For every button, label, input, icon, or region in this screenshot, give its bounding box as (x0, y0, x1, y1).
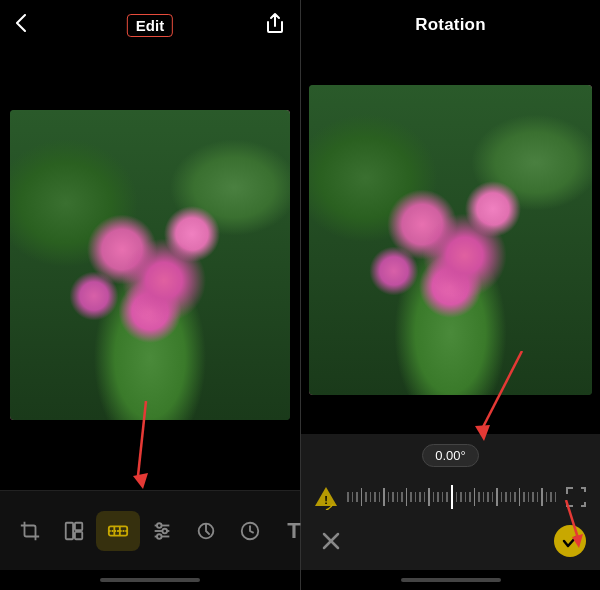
bottom-actions (301, 519, 600, 565)
cancel-button[interactable] (315, 525, 347, 557)
rotation-icon-left[interactable]: ! (311, 482, 341, 512)
tool-speed[interactable] (228, 511, 272, 551)
svg-rect-2 (66, 522, 73, 539)
layout-icon (60, 517, 88, 545)
svg-point-13 (162, 528, 167, 533)
rotation-slider-row: ! (301, 475, 600, 519)
left-header: Edit (0, 0, 300, 50)
tool-adjust[interactable] (140, 511, 184, 551)
angle-value: 0.00° (422, 444, 479, 467)
edit-button[interactable]: Edit (127, 14, 173, 37)
rotation-title: Rotation (415, 15, 486, 35)
share-button[interactable] (266, 12, 284, 39)
crop-resize-icon[interactable] (562, 483, 590, 511)
tool-crop[interactable] (8, 511, 52, 551)
ticks-container (347, 485, 556, 509)
tool-trim[interactable] (96, 511, 140, 551)
tool-layout[interactable] (52, 511, 96, 551)
home-bar-right (401, 578, 501, 582)
svg-text:!: ! (324, 494, 328, 506)
home-bar-left (100, 578, 200, 582)
rotation-slider[interactable] (347, 481, 556, 513)
filter-icon (192, 517, 220, 545)
tool-filter[interactable] (184, 511, 228, 551)
right-panel: Rotation 0.00° ! (301, 0, 600, 590)
right-image-area (301, 50, 600, 434)
right-home-indicator (301, 570, 600, 590)
svg-rect-4 (75, 531, 82, 538)
back-button[interactable] (16, 14, 26, 37)
angle-display: 0.00° (301, 444, 600, 467)
clock-icon (236, 517, 264, 545)
rotation-controls: 0.00° ! (301, 434, 600, 570)
left-home-indicator (0, 570, 300, 590)
svg-point-14 (157, 534, 162, 539)
left-panel: Edit (0, 0, 300, 590)
svg-rect-3 (75, 522, 82, 529)
trim-icon (104, 517, 132, 545)
left-toolbar: T (0, 490, 300, 570)
right-photo (309, 85, 592, 395)
left-image-area (0, 50, 300, 490)
right-header: Rotation (301, 0, 600, 50)
adjust-icon (148, 517, 176, 545)
confirm-button[interactable] (554, 525, 586, 557)
crop-icon (16, 517, 44, 545)
svg-point-12 (157, 523, 162, 528)
left-photo (10, 110, 290, 420)
